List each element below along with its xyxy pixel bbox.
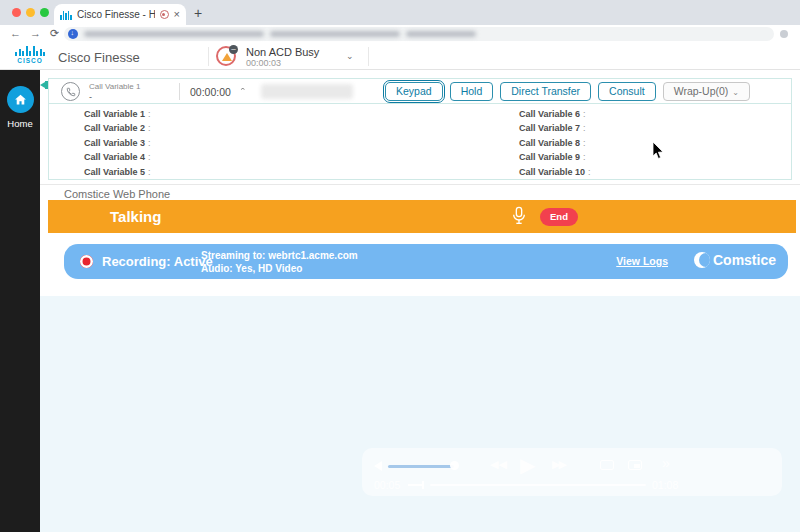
video-player-overlay: ◀◀ ▶ ▶▶ » 00:05 01:08 [362, 448, 782, 496]
browser-tab-strip: Cisco Finesse - Home × + [0, 0, 800, 25]
reload-icon[interactable]: ⟳ [50, 27, 59, 40]
play-icon[interactable]: ▶ [520, 453, 535, 477]
call-variable-row: Call Variable 6: [519, 109, 591, 123]
recording-dot-icon [80, 255, 93, 268]
recording-status: Recording: Active [102, 254, 213, 269]
hold-button[interactable]: Hold [450, 82, 494, 101]
fast-forward-icon[interactable]: ▶▶ [552, 458, 565, 471]
duration-time: 01:08 [652, 479, 678, 491]
call-variable-row: Call Variable 10: [519, 167, 591, 181]
call-status-label: Talking [110, 208, 161, 225]
screen: Cisco Finesse - Home × + ← → ⟳ CISCO Cis… [0, 0, 800, 532]
header-divider [208, 47, 209, 66]
call-variable-row: Call Variable 8: [519, 138, 591, 152]
home-icon [14, 93, 27, 106]
call-variable-row: Call Variable 7: [519, 123, 591, 137]
comstice-brand-name: Comstice [713, 252, 776, 268]
traffic-light-zoom-icon[interactable] [40, 8, 49, 17]
redacted-url [406, 31, 476, 37]
chevron-down-icon: ⌄ [732, 88, 739, 97]
agent-state-dropdown[interactable]: – Non ACD Busy 00:00:03 [216, 45, 336, 68]
header-divider [368, 47, 369, 66]
view-logs-link[interactable]: View Logs [616, 255, 668, 267]
back-icon[interactable]: ← [10, 27, 21, 39]
call-variable-row: Call Variable 4: [84, 152, 151, 166]
comstice-logo-icon [694, 252, 710, 268]
not-ready-state-icon: – [216, 46, 236, 66]
cisco-favicon-icon [60, 10, 72, 20]
direct-transfer-button[interactable]: Direct Transfer [500, 82, 591, 101]
call-variable-header-value: - [89, 92, 92, 102]
audio-info: Audio: Yes, HD Video [201, 262, 358, 275]
volume-icon[interactable] [374, 461, 382, 471]
picture-in-picture-icon[interactable] [628, 460, 642, 470]
streaming-target: Streaming to: webrtc1.acme.com [201, 249, 358, 262]
left-sidebar: Home [0, 70, 40, 532]
tab-recording-icon [160, 10, 169, 19]
tab-close-icon[interactable]: × [174, 9, 180, 20]
recording-details: Streaming to: webrtc1.acme.com Audio: Ye… [201, 249, 358, 275]
call-variable-row: Call Variable 3: [84, 138, 151, 152]
elapsed-time: 00:05 [374, 479, 400, 491]
section-divider [40, 184, 800, 185]
call-icon [61, 82, 80, 101]
chevron-up-icon[interactable]: ⌃ [239, 87, 247, 95]
sidebar-item-label: Home [0, 118, 40, 129]
display-icon[interactable] [600, 460, 614, 470]
agent-state-timer: 00:00:03 [246, 58, 281, 68]
call-status-bar: Talking End [48, 200, 796, 233]
comstice-brand: Comstice [694, 252, 776, 268]
agent-state-label: Non ACD Busy [246, 46, 319, 58]
address-bar[interactable] [64, 27, 774, 41]
redacted-url [270, 31, 400, 37]
call-variable-row: Call Variable 5: [84, 167, 151, 181]
forward-icon[interactable]: → [30, 27, 41, 39]
call-variable-header-label: Call Variable 1 [89, 82, 140, 91]
consult-button[interactable]: Consult [598, 82, 656, 101]
call-variables-right-column: Call Variable 6: Call Variable 7: Call V… [519, 109, 591, 181]
wrapup-label: Wrap-Up(0) [674, 85, 729, 97]
call-variable-row: Call Variable 2: [84, 123, 151, 137]
call-variables-left-column: Call Variable 1: Call Variable 2: Call V… [84, 109, 151, 181]
app-title: Cisco Finesse [58, 50, 140, 65]
call-variable-row: Call Variable 1: [84, 109, 151, 123]
volume-slider-knob[interactable] [450, 461, 459, 470]
keypad-button[interactable]: Keypad [385, 82, 443, 101]
call-variables-panel: Call Variable 1: Call Variable 2: Call V… [48, 103, 792, 180]
chevron-down-icon[interactable]: ⌄ [346, 51, 354, 61]
redacted-url [84, 31, 264, 37]
minus-badge-icon: – [229, 45, 238, 54]
traffic-light-close-icon[interactable] [12, 8, 21, 17]
cisco-logo-icon: CISCO [12, 45, 48, 64]
call-timer: 00:00:00 [190, 86, 231, 98]
mouse-cursor [652, 142, 664, 160]
redacted-caller-info [261, 84, 353, 99]
end-call-button[interactable]: End [540, 208, 578, 226]
playhead-handle[interactable] [408, 484, 422, 486]
tab-title: Cisco Finesse - Home [77, 9, 155, 20]
call-control-bar: Call Variable 1 - 00:00:00 ⌃ Keypad Hold… [48, 78, 792, 104]
call-variable-row: Call Variable 9: [519, 152, 591, 166]
sidebar-item-home[interactable]: Home [0, 86, 40, 129]
volume-slider[interactable] [388, 465, 454, 468]
finesse-header: CISCO Cisco Finesse – Non ACD Busy 00:00… [0, 43, 800, 70]
recording-banner: Recording: Active Streaming to: webrtc1.… [64, 244, 788, 279]
progress-bar[interactable] [430, 484, 646, 486]
new-tab-button[interactable]: + [194, 5, 202, 21]
page-lower-background [40, 296, 800, 532]
mute-microphone-button[interactable] [511, 206, 527, 230]
browser-toolbar: ← → ⟳ [0, 25, 800, 43]
browser-tab[interactable]: Cisco Finesse - Home × [54, 4, 186, 25]
browser-extension-icon[interactable] [780, 30, 788, 38]
traffic-light-minimize-icon[interactable] [26, 8, 35, 17]
more-controls-icon[interactable]: » [662, 455, 670, 471]
divider [179, 83, 180, 100]
wrapup-button[interactable]: Wrap-Up(0)⌄ [663, 82, 750, 101]
webphone-gadget-title: Comstice Web Phone [64, 188, 170, 200]
rewind-icon[interactable]: ◀◀ [490, 458, 507, 471]
site-info-icon[interactable] [68, 29, 78, 39]
